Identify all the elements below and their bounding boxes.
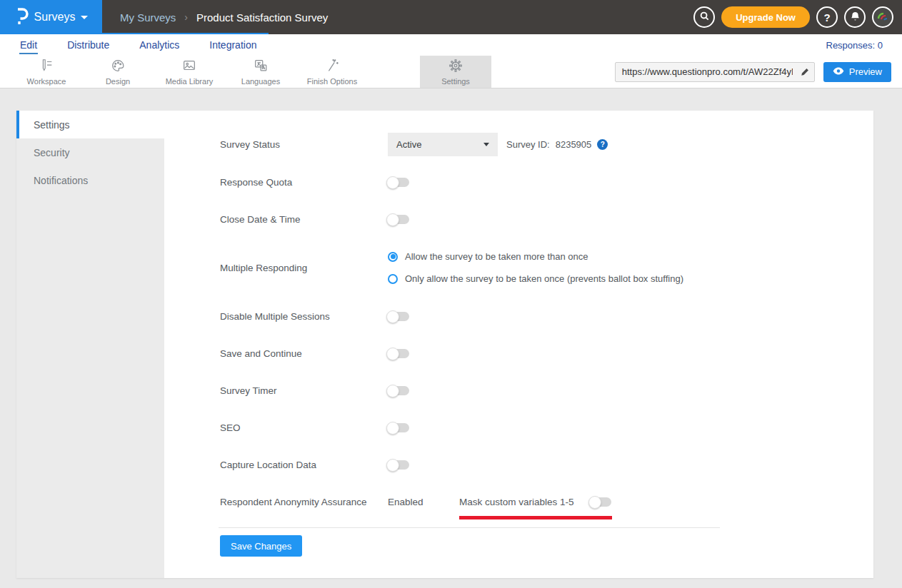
- toolbar-item-languages[interactable]: Languages: [225, 56, 296, 88]
- help-icon: ?: [823, 11, 830, 24]
- settings-sidebar: Settings Security Notifications: [16, 111, 164, 578]
- settings-form: Survey Status Active Survey ID: 8235905 …: [164, 111, 873, 578]
- toolbar-item-label: Settings: [441, 77, 470, 86]
- save-and-continue-toggle[interactable]: [388, 349, 409, 358]
- page-content: Settings Security Notifications Survey S…: [0, 88, 902, 588]
- chevron-down-icon: [81, 16, 88, 19]
- design-palette-icon: [110, 58, 126, 76]
- product-switcher[interactable]: Surveys: [0, 0, 102, 34]
- survey-timer-row: Survey Timer: [220, 379, 873, 402]
- survey-timer-label: Survey Timer: [220, 385, 388, 396]
- toolbar-item-label: Workspace: [27, 77, 66, 86]
- avatar-logo-icon: [876, 9, 890, 26]
- sidebar-item-security[interactable]: Security: [16, 138, 164, 166]
- responses-count[interactable]: Responses: 0: [826, 40, 883, 51]
- bell-icon: [850, 11, 861, 24]
- form-divider: [219, 527, 720, 528]
- radio-option-allow-multiple[interactable]: Allow the survey to be taken more than o…: [388, 251, 683, 262]
- workspace-icon: [39, 58, 54, 76]
- survey-id-label: Survey ID:: [506, 139, 550, 150]
- settings-gear-icon: [448, 58, 463, 76]
- tab-analytics[interactable]: Analytics: [139, 37, 180, 53]
- highlight-underline: [459, 516, 612, 519]
- sidebar-item-notifications[interactable]: Notifications: [16, 166, 164, 194]
- settings-card: Settings Security Notifications Survey S…: [16, 111, 873, 578]
- survey-url-input[interactable]: [616, 66, 796, 77]
- toolbar-item-settings[interactable]: Settings: [420, 56, 491, 88]
- mask-custom-variables-toggle[interactable]: [590, 497, 611, 507]
- page-title: Product Satisfaction Survey: [196, 11, 328, 24]
- edit-toolbar: Workspace Design Media Library Languages…: [0, 56, 902, 88]
- product-name: Surveys: [34, 11, 76, 24]
- languages-icon: [253, 58, 269, 76]
- chevron-down-icon: [483, 143, 489, 146]
- user-avatar[interactable]: [872, 6, 893, 28]
- survey-timer-toggle[interactable]: [388, 386, 409, 395]
- capture-location-data-label: Capture Location Data: [220, 460, 388, 470]
- radio-unselected-icon[interactable]: [388, 274, 398, 284]
- anonymity-status: Enabled: [388, 497, 459, 507]
- tab-edit[interactable]: Edit: [19, 37, 38, 53]
- toolbar-item-design[interactable]: Design: [82, 56, 154, 88]
- search-icon: [699, 11, 710, 24]
- response-quota-toggle[interactable]: [388, 178, 409, 187]
- upgrade-now-button[interactable]: Upgrade Now: [721, 6, 810, 28]
- media-library-icon: [181, 58, 197, 76]
- mask-custom-variables-label: Mask custom variables 1-5: [459, 497, 574, 507]
- radio-option-only-once[interactable]: Only allow the survey to be taken once (…: [388, 273, 683, 284]
- help-button[interactable]: ?: [816, 6, 838, 28]
- loading-progress-bar: [0, 33, 269, 34]
- close-date-time-row: Close Date & Time: [220, 208, 873, 230]
- sidebar-item-label: Settings: [34, 119, 70, 131]
- toolbar-item-label: Media Library: [166, 77, 214, 86]
- multiple-responding-row: Multiple Responding Allow the survey to …: [220, 245, 873, 290]
- notifications-button[interactable]: [844, 6, 866, 28]
- survey-url-field: [615, 62, 815, 82]
- close-date-time-label: Close Date & Time: [220, 214, 388, 225]
- eye-icon: [833, 66, 844, 77]
- toolbar-item-workspace[interactable]: Workspace: [11, 56, 82, 88]
- radio-option-label: Only allow the survey to be taken once (…: [405, 273, 683, 284]
- mask-custom-variables-group: Mask custom variables 1-5: [459, 497, 611, 507]
- save-and-continue-row: Save and Continue: [220, 342, 873, 365]
- tab-distribute[interactable]: Distribute: [66, 37, 110, 53]
- save-changes-button[interactable]: Save Changes: [220, 535, 302, 557]
- preview-button[interactable]: Preview: [823, 62, 891, 82]
- preview-label: Preview: [849, 66, 882, 77]
- capture-location-data-row: Capture Location Data: [220, 453, 873, 476]
- seo-label: SEO: [220, 422, 388, 433]
- sidebar-item-settings[interactable]: Settings: [16, 111, 164, 138]
- radio-selected-icon[interactable]: [388, 252, 398, 262]
- survey-id-help-icon[interactable]: ?: [597, 139, 608, 150]
- toolbar-item-label: Design: [106, 77, 130, 86]
- survey-status-label: Survey Status: [220, 139, 388, 150]
- survey-status-select[interactable]: Active: [388, 133, 498, 156]
- toolbar-item-label: Languages: [241, 77, 280, 86]
- respondent-anonymity-row: Respondent Anonymity Assurance Enabled M…: [220, 490, 873, 513]
- breadcrumb-my-surveys[interactable]: My Surveys: [120, 11, 176, 24]
- disable-multiple-sessions-label: Disable Multiple Sessions: [220, 311, 388, 322]
- survey-id-value: 8235905: [556, 139, 592, 150]
- response-quota-row: Response Quota: [220, 171, 873, 193]
- radio-option-label: Allow the survey to be taken more than o…: [405, 251, 588, 262]
- edit-url-button[interactable]: [796, 67, 814, 77]
- respondent-anonymity-label: Respondent Anonymity Assurance: [220, 497, 388, 507]
- breadcrumb-separator: ›: [184, 11, 188, 23]
- toolbar-item-label: Finish Options: [307, 77, 357, 86]
- search-button[interactable]: [693, 6, 715, 28]
- capture-location-data-toggle[interactable]: [388, 460, 409, 470]
- breadcrumb: My Surveys › Product Satisfaction Survey: [120, 11, 328, 24]
- survey-status-value: Active: [396, 139, 421, 150]
- seo-toggle[interactable]: [388, 423, 409, 432]
- seo-row: SEO: [220, 416, 873, 439]
- toolbar-item-media-library[interactable]: Media Library: [154, 56, 225, 88]
- close-date-time-toggle[interactable]: [388, 215, 409, 224]
- toolbar-item-finish-options[interactable]: Finish Options: [296, 56, 368, 88]
- multiple-responding-label: Multiple Responding: [220, 263, 388, 273]
- tab-integration[interactable]: Integration: [209, 37, 257, 53]
- response-quota-label: Response Quota: [220, 177, 388, 188]
- app-header: Surveys My Surveys › Product Satisfactio…: [0, 0, 902, 34]
- disable-multiple-sessions-toggle[interactable]: [388, 312, 409, 321]
- questionpro-logo-icon: [14, 7, 29, 28]
- disable-multiple-sessions-row: Disable Multiple Sessions: [220, 305, 873, 328]
